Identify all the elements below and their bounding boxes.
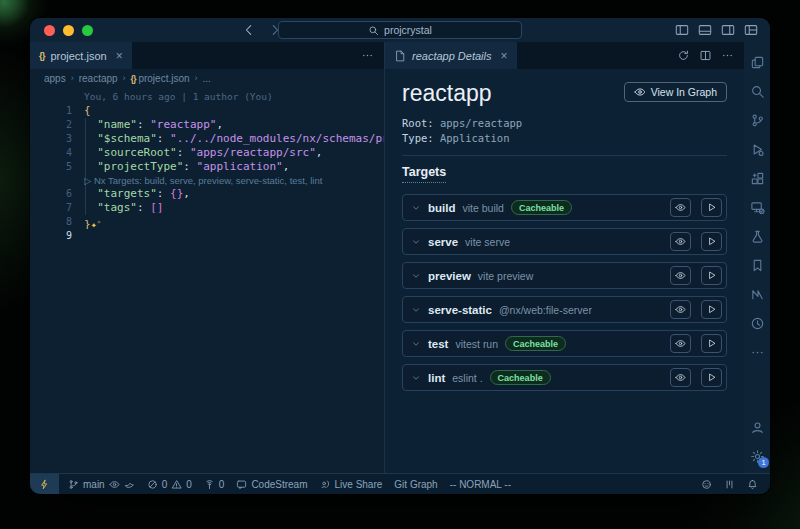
cacheable-badge: Cacheable xyxy=(490,370,551,385)
code-line-1: 1{ xyxy=(30,104,384,118)
minimize-window-button[interactable] xyxy=(63,25,74,36)
split-editor-icon[interactable] xyxy=(699,49,712,62)
run-target-button[interactable] xyxy=(701,334,722,353)
close-window-button[interactable] xyxy=(44,25,55,36)
refresh-icon[interactable] xyxy=(677,49,690,62)
chevron-down-icon[interactable] xyxy=(411,301,421,319)
chevron-down-icon[interactable] xyxy=(411,335,421,353)
feedback-icon xyxy=(701,479,712,490)
status-vim-mode[interactable]: -- NORMAL -- xyxy=(444,474,517,494)
back-icon[interactable] xyxy=(242,23,256,37)
chevron-down-icon[interactable] xyxy=(411,369,421,387)
activity-settings[interactable]: 1 xyxy=(744,442,770,471)
activity-source-control[interactable] xyxy=(744,106,770,135)
activity-testing[interactable] xyxy=(744,222,770,251)
target-row-build[interactable]: build vite build Cacheable xyxy=(402,194,727,221)
activity-nx-console[interactable] xyxy=(744,280,770,309)
target-row-serve[interactable]: serve vite serve xyxy=(402,228,727,255)
more-actions-icon[interactable] xyxy=(721,49,734,62)
nx-console-icon xyxy=(750,287,765,302)
show-target-config-button[interactable] xyxy=(670,198,691,217)
breadcrumb-item[interactable]: reactapp xyxy=(79,73,118,84)
status-feedback[interactable] xyxy=(695,474,718,494)
activity-run-and-debug[interactable] xyxy=(744,135,770,164)
run-target-button[interactable] xyxy=(701,198,722,217)
chevron-down-icon[interactable] xyxy=(411,267,421,285)
tab-reactapp-details[interactable]: reactapp Details × xyxy=(385,42,517,69)
more-actions-icon[interactable] xyxy=(361,49,374,62)
status-git-branch[interactable]: main xyxy=(62,474,141,494)
status-broadcast[interactable]: 0 xyxy=(198,474,231,494)
branch-icon xyxy=(68,479,79,490)
toggle-panel-icon[interactable] xyxy=(698,23,712,37)
show-target-config-button[interactable] xyxy=(670,232,691,251)
view-in-graph-button[interactable]: View In Graph xyxy=(624,82,727,102)
breadcrumb[interactable]: apps›reactapp›{} project.json›... xyxy=(30,69,384,87)
target-row-serve-static[interactable]: serve-static @nx/web:file-server xyxy=(402,296,727,323)
show-target-config-button[interactable] xyxy=(670,266,691,285)
activity-bookmarks[interactable] xyxy=(744,251,770,280)
toggle-sidebar-icon[interactable] xyxy=(675,23,689,37)
customize-layout-icon[interactable] xyxy=(744,23,758,37)
tab-project-json[interactable]: {} project.json × xyxy=(30,42,132,69)
target-detail: vite preview xyxy=(478,270,533,282)
status-bar: main000CodeStreamLive ShareGit Graph-- N… xyxy=(30,473,770,494)
chevron-down-icon[interactable] xyxy=(411,199,421,217)
nx-targets-codelens[interactable]: ▷ Nx Targets: build, serve, preview, ser… xyxy=(30,174,384,187)
target-row-test[interactable]: test vitest run Cacheable xyxy=(402,330,727,357)
more-icon xyxy=(750,345,765,360)
line-number: 1 xyxy=(30,104,84,118)
status-formatter[interactable] xyxy=(718,474,741,494)
lightning-icon xyxy=(39,479,50,490)
activity-explorer[interactable] xyxy=(744,48,770,77)
activity-account[interactable] xyxy=(744,413,770,442)
show-target-config-button[interactable] xyxy=(670,368,691,387)
show-target-config-button[interactable] xyxy=(670,300,691,319)
target-detail: eslint . xyxy=(452,372,482,384)
run-target-button[interactable] xyxy=(701,368,722,387)
play-icon xyxy=(706,270,717,281)
project-details-view: reactapp View In Graph Root: apps/reacta… xyxy=(385,69,744,473)
command-center-search[interactable]: projcrystal xyxy=(278,21,522,39)
window-controls xyxy=(44,25,93,36)
status-codestream[interactable]: CodeStream xyxy=(230,474,313,494)
status-live-share[interactable]: Live Share xyxy=(314,474,389,494)
show-target-config-button[interactable] xyxy=(670,334,691,353)
activity-more-views[interactable] xyxy=(744,338,770,367)
remote-explorer-icon xyxy=(750,200,765,215)
activity-extensions[interactable] xyxy=(744,164,770,193)
line-number: 9 xyxy=(30,229,84,243)
play-icon xyxy=(706,202,717,213)
breadcrumb-item[interactable]: {} project.json xyxy=(131,73,190,84)
breadcrumb-item[interactable]: ... xyxy=(203,73,211,84)
status-git-graph[interactable]: Git Graph xyxy=(388,474,443,494)
status-problems[interactable]: 00 xyxy=(141,474,198,494)
run-target-button[interactable] xyxy=(701,232,722,251)
activity-remote-explorer[interactable] xyxy=(744,193,770,222)
code-line-5: 5 "projectType": "application", xyxy=(30,160,384,174)
status-notifications[interactable] xyxy=(741,474,764,494)
history-nav xyxy=(242,23,282,37)
activity-history[interactable] xyxy=(744,309,770,338)
run-target-button[interactable] xyxy=(701,300,722,319)
explorer-icon xyxy=(750,55,765,70)
target-row-preview[interactable]: preview vite preview xyxy=(402,262,727,289)
run-target-button[interactable] xyxy=(701,266,722,285)
close-icon[interactable]: × xyxy=(116,49,123,63)
target-row-lint[interactable]: lint eslint . Cacheable xyxy=(402,364,727,391)
status-remote-indicator[interactable] xyxy=(30,474,59,494)
target-name: lint xyxy=(428,372,445,384)
breadcrumb-item[interactable]: apps xyxy=(44,73,66,84)
prettier-icon xyxy=(724,479,735,490)
close-icon[interactable]: × xyxy=(501,49,508,63)
zoom-window-button[interactable] xyxy=(82,25,93,36)
code-editor[interactable]: You, 6 hours ago | 1 author (You)1{2 "na… xyxy=(30,87,384,473)
search-text: projcrystal xyxy=(384,24,432,36)
toggle-secondary-sidebar-icon[interactable] xyxy=(721,23,735,37)
json-icon: {} xyxy=(39,50,44,61)
code-line-8: 8}✦✧ xyxy=(30,215,384,229)
activity-search[interactable] xyxy=(744,77,770,106)
broadcast-icon xyxy=(204,479,215,490)
settings-badge: 1 xyxy=(758,457,769,468)
chevron-down-icon[interactable] xyxy=(411,233,421,251)
